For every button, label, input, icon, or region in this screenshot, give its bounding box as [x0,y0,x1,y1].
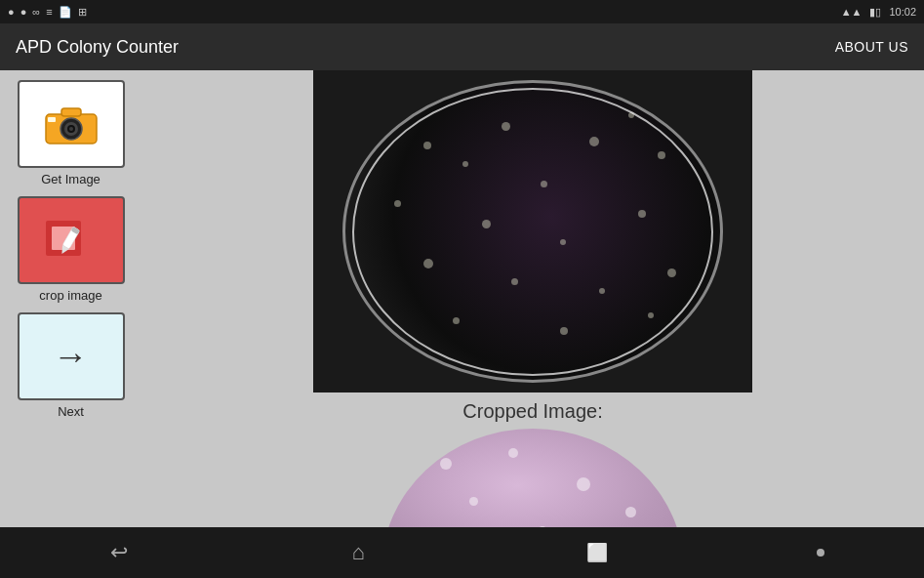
colony [589,137,599,146]
status-icon-grid: ⊞ [78,6,87,19]
next-arrow-icon: → [54,336,89,377]
status-icon-doc: 📄 [59,6,72,19]
status-icon-infinity: ∞ [32,6,40,18]
cropped-image-label: Cropped Image: [462,400,602,423]
petri-dish-ellipse [342,80,723,383]
colony [667,268,676,277]
get-image-box[interactable] [18,80,125,168]
next-button[interactable]: → Next [18,312,125,419]
back-button[interactable]: ↩ [100,540,139,565]
svg-point-6 [69,127,73,131]
status-icon-2: ● [20,6,27,18]
colony [560,239,566,245]
get-image-label: Get Image [41,172,100,186]
status-right: ▲▲ ▮▯ 10:02 [841,6,916,19]
status-icon-lines: ≡ [46,6,52,18]
battery-icon: ▮▯ [869,6,881,19]
colony [482,220,491,228]
status-icon-1: ● [8,6,15,18]
petri-dish-image [313,70,752,392]
colony [648,312,654,318]
colony [638,210,646,218]
cropped-colony [577,477,590,491]
next-box[interactable]: → [18,312,125,400]
next-label: Next [58,404,84,419]
sidebar: Get Image crop image [0,70,141,527]
cropped-image [382,429,684,527]
colony [453,317,460,324]
action-bar: APD Colony Counter ABOUT US [0,23,924,70]
home-button[interactable]: ⌂ [339,540,378,565]
colony [511,278,518,285]
cropped-colony [469,497,478,506]
crop-image-label: crop image [39,288,101,303]
camera-icon [42,101,100,147]
content-area: Cropped Image: [141,70,924,527]
colony [423,142,431,149]
time-display: 10:02 [889,6,916,18]
main-content: Get Image crop image [0,70,924,527]
crop-image-button[interactable]: crop image [18,196,125,303]
colony [394,200,401,207]
colony [541,181,547,187]
cropped-colony [508,448,518,458]
get-image-button[interactable]: Get Image [18,80,125,186]
cropped-colony [440,458,452,470]
about-us-button[interactable]: ABOUT US [835,39,908,55]
svg-rect-4 [61,108,81,116]
recent-apps-button[interactable]: ⬜ [578,542,617,563]
nav-bar: ↩ ⌂ ⬜ [0,527,924,578]
crop-image-box[interactable] [18,196,125,284]
cropped-colony [625,507,636,517]
colony [599,288,605,294]
status-icons-left: ● ● ∞ ≡ 📄 ⊞ [8,6,87,19]
colony [658,151,665,159]
nav-indicator-dot [817,549,824,557]
colony [628,112,634,118]
cropped-colony [538,526,547,527]
app-title: APD Colony Counter [16,37,179,58]
colony [502,122,510,131]
colony [560,327,568,335]
crop-icon [42,217,100,264]
colony [423,259,433,268]
status-bar: ● ● ∞ ≡ 📄 ⊞ ▲▲ ▮▯ 10:02 [0,0,924,23]
colony [462,161,468,167]
wifi-icon: ▲▲ [841,6,863,18]
svg-rect-5 [48,117,56,122]
